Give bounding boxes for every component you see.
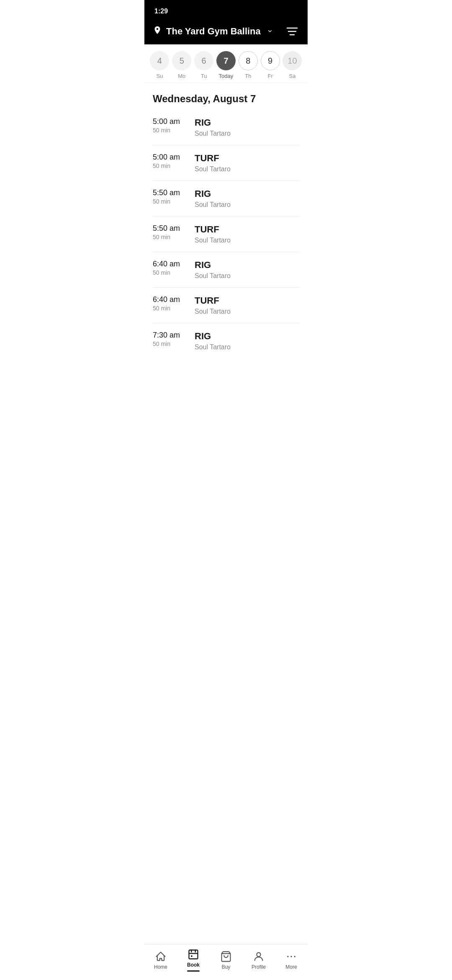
class-time-main-2: 5:00 am xyxy=(153,153,186,162)
class-time-main-6: 6:40 am xyxy=(153,295,186,304)
class-duration-5: 50 min xyxy=(153,269,186,276)
status-bar: 1:29 xyxy=(144,0,308,21)
class-instructor-2: Soul Tartaro xyxy=(195,165,299,173)
day-item-wed-today[interactable]: 7 Today xyxy=(216,51,236,79)
day-label-su: Su xyxy=(156,73,163,79)
class-name-1: RIG xyxy=(195,117,299,128)
class-item-1[interactable]: 5:00 am 50 min RIG Soul Tartaro xyxy=(153,110,299,145)
class-info-7: RIG Soul Tartaro xyxy=(195,331,299,351)
day-item-tue[interactable]: 6 Tu xyxy=(194,51,213,79)
day-number-6: 6 xyxy=(194,51,213,70)
day-label-tu: Tu xyxy=(201,73,207,79)
class-name-7: RIG xyxy=(195,331,299,342)
day-number-10: 10 xyxy=(282,51,302,70)
header-left[interactable]: The Yard Gym Ballina xyxy=(153,26,285,37)
class-time-7: 7:30 am 50 min xyxy=(153,331,186,347)
class-time-6: 6:40 am 50 min xyxy=(153,295,186,312)
day-label-th: Th xyxy=(245,73,251,79)
day-item-mon[interactable]: 5 Mo xyxy=(172,51,191,79)
class-duration-1: 50 min xyxy=(153,127,186,134)
class-info-6: TURF Soul Tartaro xyxy=(195,295,299,315)
class-instructor-4: Soul Tartaro xyxy=(195,237,299,244)
class-duration-4: 50 min xyxy=(153,234,186,240)
class-instructor-5: Soul Tartaro xyxy=(195,272,299,280)
class-time-main-7: 7:30 am xyxy=(153,331,186,340)
status-time: 1:29 xyxy=(154,8,168,15)
content-area: Wednesday, August 7 5:00 am 50 min RIG S… xyxy=(144,83,308,400)
class-time-main-4: 5:50 am xyxy=(153,224,186,233)
filter-icon[interactable] xyxy=(285,25,299,38)
class-item-7[interactable]: 7:30 am 50 min RIG Soul Tartaro xyxy=(153,323,299,358)
class-duration-7: 50 min xyxy=(153,340,186,347)
class-item-4[interactable]: 5:50 am 50 min TURF Soul Tartaro xyxy=(153,217,299,252)
day-item-sat[interactable]: 10 Sa xyxy=(282,51,302,79)
class-time-main-3: 5:50 am xyxy=(153,188,186,197)
class-name-4: TURF xyxy=(195,224,299,235)
class-name-2: TURF xyxy=(195,153,299,164)
day-selector: 4 Su 5 Mo 6 Tu 7 Today 8 Th 9 Fr 10 Sa xyxy=(144,44,308,83)
day-number-9: 9 xyxy=(261,51,280,70)
class-instructor-1: Soul Tartaro xyxy=(195,130,299,137)
class-time-3: 5:50 am 50 min xyxy=(153,188,186,205)
chevron-down-icon xyxy=(267,28,273,36)
day-number-5: 5 xyxy=(172,51,191,70)
class-duration-6: 50 min xyxy=(153,305,186,312)
class-instructor-7: Soul Tartaro xyxy=(195,343,299,351)
class-duration-3: 50 min xyxy=(153,198,186,205)
class-time-2: 5:00 am 50 min xyxy=(153,153,186,169)
date-heading: Wednesday, August 7 xyxy=(144,83,308,110)
class-name-6: TURF xyxy=(195,295,299,306)
class-time-1: 5:00 am 50 min xyxy=(153,117,186,134)
class-instructor-6: Soul Tartaro xyxy=(195,308,299,315)
class-time-main-5: 6:40 am xyxy=(153,260,186,268)
location-icon xyxy=(153,26,162,37)
class-instructor-3: Soul Tartaro xyxy=(195,201,299,209)
class-info-5: RIG Soul Tartaro xyxy=(195,260,299,280)
class-item-3[interactable]: 5:50 am 50 min RIG Soul Tartaro xyxy=(153,181,299,217)
gym-name: The Yard Gym Ballina xyxy=(166,26,261,37)
header: The Yard Gym Ballina xyxy=(144,21,308,44)
class-item-6[interactable]: 6:40 am 50 min TURF Soul Tartaro xyxy=(153,288,299,323)
class-item-2[interactable]: 5:00 am 50 min TURF Soul Tartaro xyxy=(153,145,299,181)
day-number-8: 8 xyxy=(239,51,258,70)
class-item-5[interactable]: 6:40 am 50 min RIG Soul Tartaro xyxy=(153,252,299,288)
day-label-mo: Mo xyxy=(178,73,185,79)
class-info-4: TURF Soul Tartaro xyxy=(195,224,299,244)
day-label-today: Today xyxy=(219,73,234,79)
class-duration-2: 50 min xyxy=(153,162,186,169)
class-info-3: RIG Soul Tartaro xyxy=(195,188,299,209)
class-time-4: 5:50 am 50 min xyxy=(153,224,186,240)
class-time-5: 6:40 am 50 min xyxy=(153,260,186,276)
day-label-sa: Sa xyxy=(289,73,296,79)
class-info-1: RIG Soul Tartaro xyxy=(195,117,299,137)
day-item-thu[interactable]: 8 Th xyxy=(239,51,258,79)
class-list: 5:00 am 50 min RIG Soul Tartaro 5:00 am … xyxy=(144,110,308,358)
class-info-2: TURF Soul Tartaro xyxy=(195,153,299,173)
class-time-main-1: 5:00 am xyxy=(153,117,186,126)
class-name-3: RIG xyxy=(195,188,299,199)
day-item-fri[interactable]: 9 Fr xyxy=(261,51,280,79)
class-name-5: RIG xyxy=(195,260,299,271)
day-label-fr: Fr xyxy=(268,73,273,79)
day-number-7: 7 xyxy=(216,51,236,70)
day-number-4: 4 xyxy=(150,51,169,70)
day-item-sun[interactable]: 4 Su xyxy=(150,51,169,79)
